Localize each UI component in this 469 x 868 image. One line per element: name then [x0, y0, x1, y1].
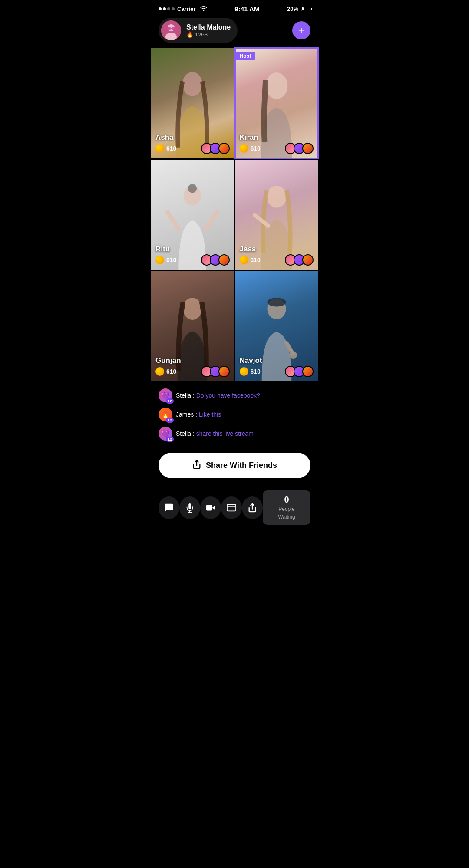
chat-sender-1: Stella : — [176, 392, 196, 399]
coin-count-jass: 610 — [240, 256, 261, 264]
bottom-bar: 0 People Waiting — [150, 485, 319, 533]
svg-marker-20 — [212, 506, 215, 510]
share-button-wrap: Share With Friends — [150, 451, 319, 485]
coin-icon-navjot — [240, 367, 248, 376]
coin-value-gunjan: 610 — [166, 368, 176, 375]
people-waiting-count: 0 — [271, 495, 303, 505]
time-display: 9:41 AM — [234, 5, 259, 13]
stream-cell-gunjan[interactable]: Gunjan 610 — [151, 271, 234, 381]
chat-avatar-wrap-1: 💜 12 — [159, 388, 172, 402]
battery-icon — [301, 7, 310, 11]
user-avatar — [161, 20, 181, 40]
mini-avatar-j3 — [302, 254, 314, 266]
coin-icon-asha — [155, 144, 164, 153]
score-value: 1263 — [195, 31, 208, 38]
people-waiting-panel: 0 People Waiting — [263, 490, 310, 525]
stream-name-navjot: Navjot — [240, 356, 262, 365]
svg-rect-21 — [206, 505, 212, 510]
chat-message-text-1: Do you have facebook? — [196, 392, 260, 399]
user-score: 🔥 1263 — [186, 31, 231, 38]
coin-icon-jass — [240, 256, 248, 264]
coin-count-gunjan: 610 — [155, 367, 176, 376]
stream-cell-navjot[interactable]: Navjot 610 — [235, 271, 318, 381]
video-icon-button[interactable] — [200, 496, 221, 519]
svg-rect-4 — [172, 27, 176, 30]
chat-message-text-3: share this live stream — [196, 430, 254, 437]
stream-name-ritu: Ritu — [155, 245, 170, 253]
mini-avatar-3 — [218, 143, 230, 154]
stream-name-gunjan: Gunjan — [155, 356, 181, 365]
stream-cell-jass[interactable]: Jass 610 — [235, 160, 318, 270]
stream-name-jass: Jass — [240, 245, 256, 253]
people-waiting-label: People Waiting — [278, 506, 295, 520]
stream-stats-kiran: 610 — [240, 143, 314, 154]
signal-dot-2 — [163, 7, 166, 10]
mini-avatar-k3 — [302, 143, 314, 154]
svg-point-18 — [289, 351, 297, 359]
user-info-card[interactable]: Stella Malone 🔥 1263 — [159, 18, 238, 43]
status-left: Carrier — [159, 6, 207, 13]
coin-value-kiran: 610 — [251, 145, 261, 152]
chat-sender-3: Stella : — [176, 430, 196, 437]
coin-value-ritu: 610 — [166, 256, 176, 263]
mic-icon-button[interactable] — [179, 496, 200, 519]
stream-name-asha: Asha — [155, 133, 174, 142]
svg-point-12 — [267, 186, 287, 208]
chat-text-2: James : Like this — [176, 411, 221, 418]
svg-point-7 — [265, 72, 287, 99]
svg-point-6 — [182, 72, 202, 96]
signal-dot-1 — [159, 7, 162, 10]
avatar-stack-navjot — [285, 366, 314, 377]
coin-icon-ritu — [155, 256, 164, 264]
avatar-stack-asha — [201, 143, 230, 154]
stream-stats-navjot: 610 — [240, 366, 314, 377]
flame-icon: 🔥 — [186, 31, 193, 38]
chat-badge-3: 12 — [166, 437, 174, 442]
svg-point-16 — [267, 298, 286, 306]
chat-message-3: 💜 12 Stella : share this live stream — [159, 427, 310, 441]
avatar-stack-jass — [285, 254, 314, 266]
carrier-label: Carrier — [177, 6, 196, 12]
avatar-stack-gunjan — [201, 366, 230, 377]
stream-cell-kiran[interactable]: Host Kiran 610 — [235, 48, 318, 158]
user-header: Stella Malone 🔥 1263 + — [150, 15, 319, 48]
svg-line-10 — [206, 212, 217, 229]
svg-rect-3 — [166, 27, 171, 30]
coin-value-jass: 610 — [251, 256, 261, 263]
user-details: Stella Malone 🔥 1263 — [186, 23, 231, 38]
share-button-icon — [192, 460, 201, 471]
mini-avatar-r3 — [218, 254, 230, 266]
chat-section: 💜 12 Stella : Do you have facebook? 🔥 12… — [150, 381, 319, 451]
chat-message-2: 🔥 12 James : Like this — [159, 408, 310, 421]
svg-point-11 — [188, 184, 197, 193]
mini-avatar-n3 — [302, 366, 314, 377]
stream-stats-gunjan: 610 — [155, 366, 230, 377]
share-button-label: Share With Friends — [206, 461, 277, 470]
signal-dot-3 — [167, 7, 170, 10]
chat-message-1: 💜 12 Stella : Do you have facebook? — [159, 388, 310, 402]
stream-cell-ritu[interactable]: Ritu 610 — [151, 160, 234, 270]
share-icon-button[interactable] — [242, 496, 263, 519]
coin-value-asha: 610 — [166, 145, 176, 152]
battery-percent: 20% — [287, 6, 298, 12]
chat-badge-1: 12 — [166, 398, 174, 404]
avatar-stack-kiran — [285, 143, 314, 154]
stream-cell-asha[interactable]: Asha 610 — [151, 48, 234, 158]
mini-avatar-g3 — [218, 366, 230, 377]
stream-stats-asha: 610 — [155, 143, 230, 154]
status-right: 20% — [287, 6, 310, 12]
chat-text-1: Stella : Do you have facebook? — [176, 392, 260, 399]
chat-text-3: Stella : share this live stream — [176, 430, 254, 437]
chat-icon-button[interactable] — [159, 496, 179, 519]
coin-count-ritu: 610 — [155, 256, 176, 264]
stream-stats-jass: 610 — [240, 254, 314, 266]
share-with-friends-button[interactable]: Share With Friends — [159, 453, 310, 478]
chat-badge-2: 12 — [166, 418, 174, 423]
battery-fill — [302, 7, 304, 10]
host-badge-kiran: Host — [235, 52, 256, 60]
wifi-icon — [200, 6, 207, 13]
add-button[interactable]: + — [292, 21, 310, 39]
wallet-icon-button[interactable] — [221, 496, 242, 519]
signal-dot-4 — [172, 7, 175, 10]
stream-grid: Asha 610 Host Kiran — [150, 48, 319, 381]
